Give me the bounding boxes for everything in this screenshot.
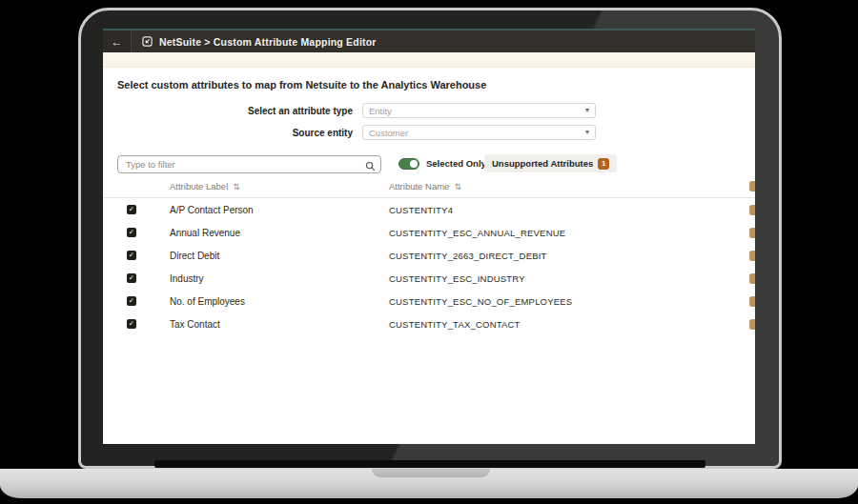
row-checkbox[interactable]: ✓	[127, 273, 136, 283]
attribute-name-cell: CUSTENTITY_ESC_ANNUAL_REVENUE	[389, 228, 565, 238]
attribute-name-cell: CUSTENTITY_TAX_CONTACT	[389, 319, 521, 330]
row-checkbox[interactable]: ✓	[127, 296, 136, 306]
attribute-label-cell: No. of Employees	[170, 296, 245, 307]
selected-only-label: Selected Only	[426, 158, 486, 169]
table-body: ✓ A/P Contact Person CUSTENTITY4 ✓ Annua…	[103, 198, 755, 335]
row-checkbox[interactable]: ✓	[127, 228, 136, 237]
attribute-name-cell: CUSTENTITY_2663_DIRECT_DEBIT	[389, 251, 547, 261]
column-header-attribute-label[interactable]: Attribute Label ⇅	[170, 181, 240, 192]
clipped-column-fragment	[749, 273, 755, 284]
table-row: ✓ Industry CUSTENTITY_ESC_INDUSTRY	[103, 267, 755, 290]
laptop-hinge	[154, 460, 705, 468]
page-heading: Select custom attributes to map from Net…	[117, 79, 486, 91]
column-header-label: Attribute Label	[170, 181, 228, 192]
filter-input-wrap	[117, 154, 381, 172]
chevron-down-icon: ▾	[585, 129, 589, 136]
table-row: ✓ Tax Contact CUSTENTITY_TAX_CONTACT	[103, 312, 755, 335]
row-checkbox[interactable]: ✓	[127, 205, 136, 214]
sort-icon[interactable]: ⇅	[454, 182, 461, 192]
table-header: Attribute Label ⇅ Attribute Name ⇅	[103, 181, 755, 196]
attribute-type-row: Select an attribute type Entity ▾	[117, 103, 596, 118]
check-icon: ✓	[129, 320, 134, 328]
clipped-column-fragment	[749, 228, 755, 238]
clipped-column-fragment	[749, 205, 755, 215]
clipped-column-fragment	[749, 296, 755, 307]
clipped-column-fragment	[749, 181, 755, 192]
back-arrow-icon: ←	[112, 35, 123, 49]
attribute-name-cell: CUSTENTITY4	[389, 205, 453, 215]
clipped-column-fragment	[749, 319, 755, 330]
attribute-type-select[interactable]: Entity ▾	[362, 103, 596, 118]
source-entity-row: Source entity Customer ▾	[117, 125, 596, 140]
chevron-down-icon: ▾	[585, 107, 589, 114]
source-entity-value: Customer	[369, 128, 585, 138]
app-header: ← NetSuite > Custom Attribute Mapping Ed…	[103, 29, 755, 52]
table-row: ✓ Annual Revenue CUSTENTITY_ESC_ANNUAL_R…	[103, 221, 755, 244]
back-button[interactable]: ←	[103, 30, 132, 52]
laptop-notch	[372, 469, 490, 477]
row-checkbox[interactable]: ✓	[127, 319, 136, 329]
attribute-type-label: Select an attribute type	[117, 106, 353, 116]
row-checkbox[interactable]: ✓	[127, 251, 136, 260]
attribute-label-cell: Tax Contact	[170, 319, 220, 330]
table-row: ✓ A/P Contact Person CUSTENTITY4	[103, 198, 755, 221]
unsupported-count-badge: 1	[598, 158, 609, 170]
sort-icon[interactable]: ⇅	[233, 182, 240, 192]
clipped-column-fragment	[749, 251, 755, 261]
table-row: ✓ Direct Debit CUSTENTITY_2663_DIRECT_DE…	[103, 244, 755, 267]
check-icon: ✓	[129, 229, 134, 236]
attribute-label-cell: Annual Revenue	[170, 228, 240, 238]
attribute-name-cell: CUSTENTITY_ESC_INDUSTRY	[389, 273, 525, 284]
table-toolbar: Selected Only Unsupported Attributes 1	[103, 154, 755, 173]
app-title: NetSuite > Custom Attribute Mapping Edit…	[159, 36, 377, 48]
unsupported-attributes-button[interactable]: Unsupported Attributes 1	[484, 154, 617, 172]
subheader-band	[103, 52, 755, 68]
check-icon: ✓	[129, 274, 134, 282]
check-icon: ✓	[129, 206, 134, 213]
attribute-label-cell: A/P Contact Person	[170, 205, 254, 215]
attribute-label-cell: Industry	[170, 273, 204, 284]
attribute-name-cell: CUSTENTITY_ESC_NO_OF_EMPLOYEES	[389, 296, 572, 307]
toggle-knob	[410, 160, 418, 168]
source-entity-select[interactable]: Customer ▾	[362, 125, 596, 140]
check-icon: ✓	[129, 297, 134, 305]
selected-only-toggle[interactable]	[398, 158, 419, 170]
screen: ← NetSuite > Custom Attribute Mapping Ed…	[103, 29, 755, 444]
column-header-label: Attribute Name	[389, 181, 449, 192]
source-entity-label: Source entity	[117, 128, 353, 138]
attribute-label-cell: Direct Debit	[170, 251, 219, 261]
unsupported-attributes-label: Unsupported Attributes	[492, 158, 593, 169]
search-icon[interactable]	[365, 158, 376, 175]
check-icon: ✓	[129, 252, 134, 259]
attribute-type-value: Entity	[369, 106, 585, 116]
filter-input[interactable]	[117, 155, 381, 173]
table-row: ✓ No. of Employees CUSTENTITY_ESC_NO_OF_…	[103, 290, 755, 312]
netsuite-logo-icon	[142, 36, 153, 47]
laptop-mockup: ← NetSuite > Custom Attribute Mapping Ed…	[0, 0, 858, 504]
column-header-attribute-name[interactable]: Attribute Name ⇅	[389, 181, 461, 192]
